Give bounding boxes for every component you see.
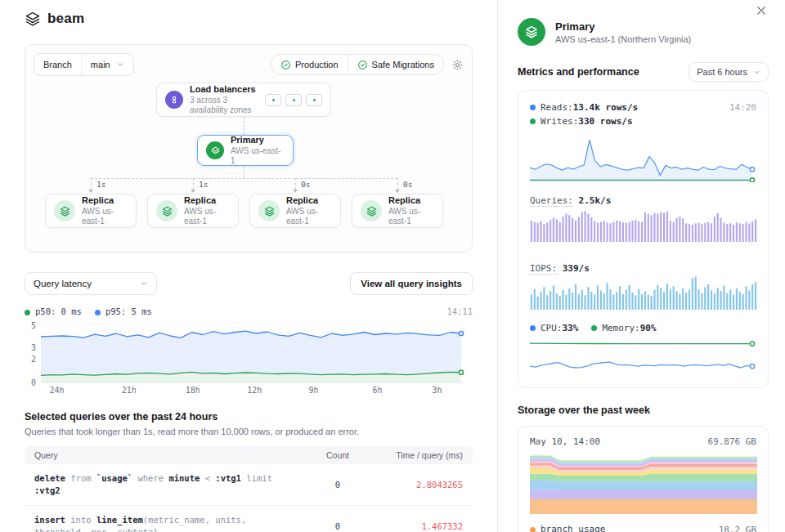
close-icon[interactable]	[756, 5, 767, 16]
queries-section-subtitle: Queries that took longer than 1s, read m…	[25, 427, 473, 436]
replica-node[interactable]: Replica AWS us-east-1	[249, 194, 341, 228]
settings-gear-icon[interactable]	[451, 59, 464, 71]
cpu-value: 33%	[563, 321, 579, 335]
view-query-insights-label: View all query insights	[361, 279, 462, 288]
iops-chart	[530, 275, 757, 310]
latency-legend: p50: 0 ms p95: 5 ms 14:11	[25, 306, 473, 316]
query-count: 0	[305, 464, 370, 506]
latency-chart-timestamp: 14:11	[446, 306, 473, 316]
query-sql: delete from `usage` where minute < :vtg1…	[25, 464, 305, 506]
primary-node-subtitle: AWS us-east-1	[231, 146, 285, 166]
latency-chart: 5 3 2 0	[25, 323, 473, 383]
table-header-row: Query Count Time / query (ms)	[25, 446, 473, 464]
panel-subtitle: AWS us-east-1 (Northern Virginia)	[555, 34, 691, 44]
latency-chart-x-axis: 24h 21h 18h 12h 9h 6h 3h	[41, 383, 466, 396]
storage-legend-row: branch_usage 18.2 GB	[530, 519, 756, 532]
primary-database-icon	[206, 141, 224, 159]
p95-legend-item: p95: 5 ms	[95, 306, 152, 316]
storage-total: 69.876 GB	[707, 436, 756, 447]
load-balancers-node[interactable]: Load balancers 3 across 3 availability z…	[156, 83, 331, 117]
writes-legend-dot	[530, 118, 536, 124]
replica-node[interactable]: Replica AWS us-east-1	[147, 194, 239, 228]
queries-rate-label: Queries: 2.5k/s	[530, 195, 756, 206]
iops-value: 339/s	[557, 263, 590, 274]
storage-card: May 10, 14:00 69.876 GB branch_usage 18.…	[518, 426, 769, 532]
primary-node[interactable]: Primary AWS us-east-1	[197, 135, 294, 166]
query-time: 2.8043265	[370, 464, 473, 506]
iops-label: IOPS: 339/s	[530, 263, 756, 274]
p95-legend-dot	[95, 310, 101, 315]
chevron-down-icon	[116, 60, 124, 69]
latency-chart-plot	[41, 323, 466, 383]
safe-migrations-badge-label: Safe Migrations	[372, 60, 434, 69]
production-badge[interactable]: Production	[271, 55, 348, 74]
arrow-down-icon	[191, 190, 195, 193]
connector-replica-1	[91, 178, 92, 190]
storage-timestamp: May 10, 14:00	[530, 436, 600, 447]
query-metric-selector[interactable]: Query latency	[25, 272, 157, 295]
storage-legend-name: branch_usage	[541, 524, 605, 532]
replica-node[interactable]: Replica AWS us-east-1	[352, 194, 443, 228]
cpu-memory-chart	[530, 340, 757, 378]
queries-section-title: Selected queries over the past 24 hours	[25, 411, 473, 422]
column-header-query: Query	[25, 446, 305, 464]
arrow-down-icon	[88, 190, 93, 193]
panel-header: Primary AWS us-east-1 (Northern Virginia…	[518, 18, 769, 46]
app-title: beam	[47, 11, 84, 27]
connector-replica-2	[193, 178, 194, 190]
table-row[interactable]: delete from `usage` where minute < :vtg1…	[25, 464, 473, 506]
metrics-heading: Metrics and performance	[518, 66, 639, 78]
queries-rate-value: 2.5k/s	[573, 195, 611, 206]
branch-selector[interactable]: Branch main	[34, 53, 134, 76]
p50-legend-item: p50: 0 ms	[25, 306, 82, 316]
load-balancers-title: Load balancers	[190, 84, 258, 95]
branch-usage-legend-dot	[530, 527, 536, 532]
safe-migrations-badge[interactable]: Safe Migrations	[348, 55, 443, 74]
writes-legend: Writes: 330 rows/s	[530, 114, 756, 128]
storage-stack-chart	[530, 454, 757, 514]
branch-value: main	[91, 60, 110, 69]
beam-logo-icon	[25, 11, 41, 27]
status-badges: Production Safe Migrations	[271, 54, 444, 75]
arrow-down-icon	[395, 190, 400, 193]
availability-zone-indicator	[285, 94, 302, 106]
connector-replica-4	[397, 178, 398, 190]
connector-lb-primary	[244, 117, 244, 135]
cpu-legend-dot	[530, 325, 536, 331]
check-circle-icon	[280, 60, 291, 70]
memory-value: 90%	[640, 321, 657, 335]
replica-node-title: Replica	[82, 195, 128, 206]
replica-database-icon	[54, 200, 75, 221]
primary-database-icon	[518, 18, 545, 46]
replica-database-icon	[156, 200, 177, 221]
column-header-time: Time / query (ms)	[370, 446, 473, 464]
time-range-selector[interactable]: Past 6 hours	[689, 62, 769, 82]
app-header: beam	[25, 0, 473, 34]
replica-database-icon	[258, 200, 280, 221]
replica-node-subtitle: AWS us-east-1	[388, 207, 434, 226]
load-balancers-subtitle: 3 across 3 availability zones	[190, 96, 258, 115]
availability-zone-indicator	[306, 94, 322, 106]
reads-value: 13.4k rows/s	[573, 101, 638, 114]
replica-node[interactable]: Replica AWS us-east-1	[45, 194, 137, 228]
storage-heading: Storage over the past week	[518, 405, 769, 416]
storage-summary-row: May 10, 14:00 69.876 GB	[530, 436, 756, 447]
availability-zone-indicator	[265, 94, 281, 106]
load-balancer-icon	[165, 91, 183, 109]
view-query-insights-button[interactable]: View all query insights	[350, 272, 473, 295]
storage-legend-value: 18.2 GB	[719, 525, 756, 532]
slow-queries-table: Query Count Time / query (ms) delete fro…	[25, 446, 473, 532]
query-time: 1.467332	[370, 506, 473, 532]
main-column: beam Branch main Production	[0, 0, 497, 532]
availability-zones	[265, 94, 322, 106]
replica-node-title: Replica	[388, 195, 434, 206]
metrics-timestamp: 14:20	[729, 101, 756, 114]
production-badge-label: Production	[295, 60, 339, 69]
reads-legend: Reads: 13.4k rows/s 14:20	[530, 101, 756, 114]
primary-details-panel: Primary AWS us-east-1 (Northern Virginia…	[497, 0, 785, 532]
table-row[interactable]: insert into line_item(metric_name, units…	[25, 506, 473, 532]
connector-primary-bus	[244, 166, 244, 178]
connector-replica-3	[295, 178, 296, 190]
branch-dropdown[interactable]: main	[81, 54, 133, 75]
app-root: beam Branch main Production	[0, 0, 785, 532]
